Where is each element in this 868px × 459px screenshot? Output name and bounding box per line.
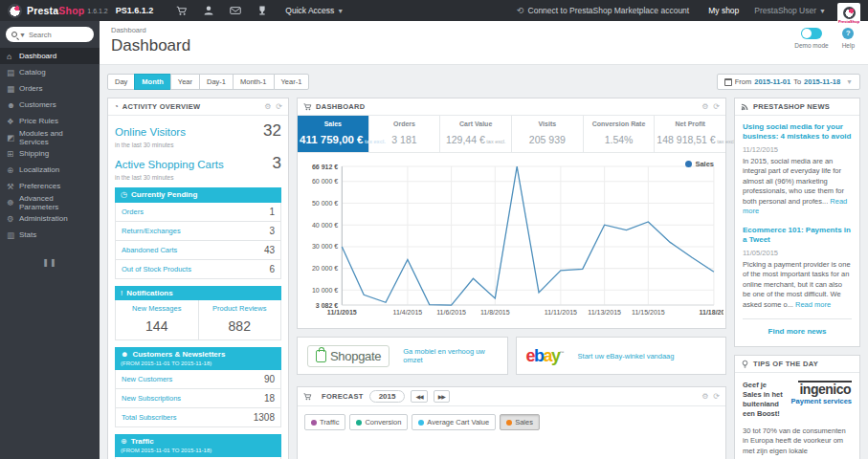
- user-menu[interactable]: PrestaShop User▼: [754, 6, 826, 15]
- panel-refresh-icon[interactable]: ⟳: [713, 392, 720, 401]
- customers-label[interactable]: New Subscriptions: [122, 394, 181, 403]
- customers-label[interactable]: Total Subscribers: [122, 413, 177, 422]
- help-icon[interactable]: ?: [842, 28, 854, 39]
- currently-pending-header: ◷Currently Pending: [115, 187, 281, 203]
- marketplace-link[interactable]: ⟲Connect to PrestaShop Marketplace accou…: [517, 6, 689, 15]
- metric-visits[interactable]: Visits205 939: [511, 116, 583, 152]
- sidebar-item-customers[interactable]: ☻Customers: [0, 97, 100, 113]
- shopgate-link[interactable]: Ga mobiel en verhoog uw omzet: [403, 347, 497, 364]
- metric-sales[interactable]: Sales411 759,00 € tax excl.: [298, 116, 368, 152]
- sidebar-item-modules-and-services[interactable]: ◩Modules and Services: [0, 129, 100, 145]
- user-icon[interactable]: [203, 5, 214, 16]
- news-article-title[interactable]: Using social media for your business: 4 …: [743, 122, 852, 142]
- metrics-row: Sales411 759,00 € tax excl.Orders3 181Ca…: [298, 116, 725, 153]
- metric-conversion-rate[interactable]: Conversion Rate1.54%: [583, 116, 655, 152]
- filter-year-button[interactable]: Year: [170, 74, 200, 90]
- sidebar-item-localization[interactable]: ⊕Localization: [0, 162, 100, 178]
- notification-label[interactable]: New Messages: [118, 304, 196, 313]
- svg-text:10 000 €: 10 000 €: [312, 287, 338, 294]
- trophy-icon[interactable]: [256, 5, 268, 16]
- sidebar-item-label: Price Rules: [19, 117, 58, 125]
- avatar[interactable]: PrestaShop: [837, 3, 860, 28]
- quick-access-menu[interactable]: Quick Access▼: [285, 6, 344, 15]
- forecast-prev-button[interactable]: ◀◀: [411, 390, 427, 403]
- panel-refresh-icon[interactable]: ⟳: [713, 102, 720, 111]
- filter-day-button[interactable]: Day: [107, 74, 135, 90]
- news-article-title[interactable]: Ecommerce 101: Payments in a Tweet: [743, 226, 852, 246]
- filter-year-1-button[interactable]: Year-1: [274, 74, 310, 90]
- customers-label[interactable]: New Customers: [122, 375, 172, 383]
- customers-group-icon: ☻: [7, 100, 19, 110]
- find-more-news-link[interactable]: Find more news: [743, 327, 852, 339]
- cart-icon: [303, 392, 312, 401]
- panel-settings-gear-icon[interactable]: ⚙: [264, 102, 271, 111]
- customers-value: 18: [264, 393, 275, 404]
- forecast-legend-conversion[interactable]: Conversion: [349, 414, 408, 430]
- svg-text:50 000 €: 50 000 €: [312, 200, 338, 207]
- modules-puzzle-icon: ◩: [7, 133, 19, 142]
- pending-label[interactable]: Abandoned Carts: [122, 246, 177, 254]
- filter-month-1-button[interactable]: Month-1: [233, 74, 275, 90]
- my-shop-link[interactable]: My shop: [708, 6, 739, 15]
- metric-orders[interactable]: Orders3 181: [368, 116, 440, 152]
- lightbulb-icon: [741, 360, 749, 368]
- svg-text:11/8/2015: 11/8/2015: [480, 309, 510, 316]
- read-more-link[interactable]: Read more: [743, 197, 847, 216]
- filter-month-button[interactable]: Month: [134, 74, 171, 90]
- main: Dashboard Dashboard Demo mode ?Help DayM…: [100, 21, 868, 459]
- read-more-link[interactable]: Read more: [795, 300, 831, 309]
- forecast-legend-label: Traffic: [320, 418, 339, 426]
- tips-of-the-day-panel: TIPS OF THE DAY Geef je Sales in het bui…: [734, 355, 860, 459]
- sidebar-search[interactable]: ▼: [6, 27, 94, 42]
- sidebar-item-advanced-parameters[interactable]: ☸Advanced Parameters: [0, 194, 100, 210]
- search-type-caret-icon[interactable]: ▼: [19, 32, 26, 38]
- sidebar-collapse-icon[interactable]: ❚❚: [0, 258, 100, 267]
- clock-icon: ◷: [121, 190, 127, 199]
- filter-day-1-button[interactable]: Day-1: [199, 74, 234, 90]
- pending-value: 43: [264, 245, 275, 255]
- sidebar-item-stats[interactable]: ▥Stats: [0, 227, 100, 243]
- legend-dot-icon: [311, 420, 317, 426]
- panel-settings-gear-icon[interactable]: ⚙: [701, 392, 708, 401]
- forecast-year: 2015: [369, 390, 406, 403]
- notification-label[interactable]: Product Reviews: [201, 304, 279, 313]
- ebay-link[interactable]: Start uw eBay-winkel vandaag: [578, 352, 675, 361]
- mail-icon[interactable]: [230, 5, 241, 16]
- sidebar-nav: ⌂Dashboard▤Catalog▦Orders☻Customers❖Pric…: [0, 48, 100, 243]
- gear-icon: ⚙: [7, 214, 19, 224]
- online-visitors-link[interactable]: Online Visitors: [115, 126, 186, 138]
- active-carts-value: 3: [273, 154, 281, 173]
- sidebar-item-administration[interactable]: ⚙Administration: [0, 210, 100, 227]
- forecast-legend-sales[interactable]: Sales: [500, 414, 540, 430]
- sidebar-item-orders[interactable]: ▦Orders: [0, 80, 100, 97]
- pending-label[interactable]: Orders: [122, 208, 144, 216]
- forecast-legend-traffic[interactable]: Traffic: [304, 414, 345, 430]
- cart-icon[interactable]: [176, 5, 188, 16]
- credit-card-icon: ▦: [7, 84, 19, 94]
- sidebar-item-preferences[interactable]: ⚒Preferences: [0, 178, 100, 194]
- sidebar-item-shipping[interactable]: ⊞Shipping: [0, 145, 100, 162]
- sidebar-item-label: Administration: [19, 214, 68, 223]
- forecast-legend-average-cart-value[interactable]: Average Cart Value: [412, 414, 496, 430]
- sidebar-item-dashboard[interactable]: ⌂Dashboard: [0, 48, 100, 64]
- demo-mode-label: Demo mode: [794, 42, 828, 49]
- globe-icon: ⊕: [7, 165, 19, 175]
- active-carts-link[interactable]: Active Shopping Carts: [115, 159, 224, 170]
- traffic-header: ⊕Traffic(FROM 2015-11-01 TO 2015-11-18): [115, 434, 281, 457]
- sidebar-item-catalog[interactable]: ▤Catalog: [0, 64, 100, 80]
- demo-mode-toggle[interactable]: [801, 28, 822, 39]
- metric-cart-value[interactable]: Cart Value129,44 € tax excl.: [439, 116, 511, 152]
- pending-label[interactable]: Out of Stock Products: [122, 265, 191, 273]
- panel-refresh-icon[interactable]: ⟳: [276, 102, 282, 111]
- search-input[interactable]: [29, 31, 84, 39]
- sidebar-item-price-rules[interactable]: ❖Price Rules: [0, 113, 100, 129]
- panel-settings-gear-icon[interactable]: ⚙: [701, 102, 708, 111]
- breadcrumb[interactable]: Dashboard: [111, 26, 857, 34]
- bar-chart-icon: ▥: [7, 230, 19, 240]
- forecast-next-button[interactable]: ▶▶: [434, 390, 450, 403]
- svg-text:11/4/2015: 11/4/2015: [393, 309, 423, 316]
- ebay-logo: ebay™: [526, 347, 565, 364]
- pending-label[interactable]: Return/Exchanges: [122, 227, 181, 235]
- date-range-picker[interactable]: From2015-11-01 To2015-11-18 ▼: [717, 74, 860, 90]
- metric-net-profit[interactable]: Net Profit148 918,51 € tax excl.: [654, 116, 725, 152]
